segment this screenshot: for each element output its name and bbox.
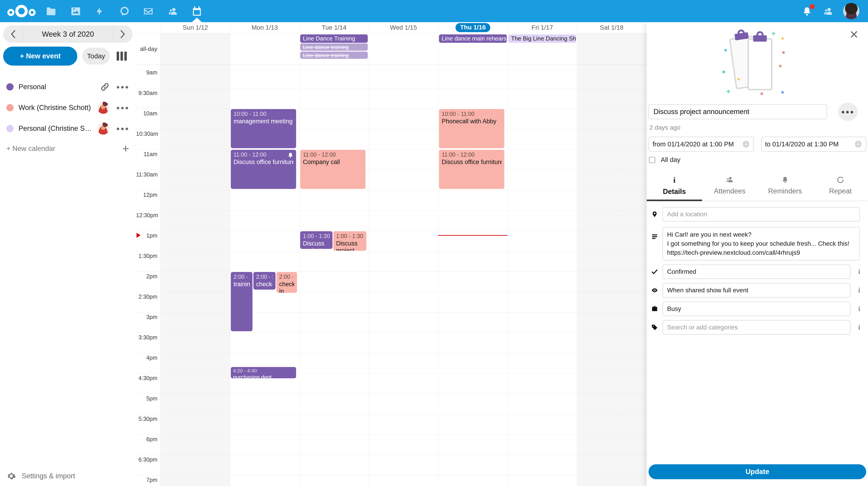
allday-event-cancelled[interactable]: Line dance training — [300, 52, 368, 59]
event-check-in-salmon[interactable]: 2:00 - 2:30check-in — [276, 271, 298, 293]
close-icon[interactable] — [848, 28, 860, 41]
timezone-globe-icon[interactable] — [855, 140, 862, 148]
today-button[interactable]: Today — [82, 48, 110, 64]
time-label: 12:30pm — [136, 212, 160, 219]
event-discuss-project[interactable]: 1:00 - 1:30Discuss project — [333, 231, 367, 251]
start-datetime-field[interactable] — [649, 137, 754, 151]
calendar-color-dot — [6, 83, 13, 90]
mail-app-icon[interactable] — [143, 5, 154, 17]
event-management-meeting[interactable]: 10:00 - 11:00management meeting — [230, 109, 297, 149]
categories-input[interactable] — [667, 324, 846, 331]
calendar-menu-icon[interactable]: ●●● — [116, 84, 129, 90]
settings-import-button[interactable]: Settings & import — [7, 471, 75, 481]
time-label: 11:30am — [136, 171, 160, 178]
time-label: 10am — [136, 110, 160, 117]
calendar-menu-icon[interactable]: ●●● — [116, 104, 129, 111]
day-header-tue[interactable]: Tue 1/14 — [299, 22, 369, 33]
event-editor-panel: ●●● 2 days ago All day i Details Attende… — [647, 22, 868, 486]
timezone-globe-icon[interactable] — [742, 140, 750, 148]
time-label: 2pm — [136, 273, 160, 280]
tab-attendees[interactable]: Attendees — [702, 174, 757, 201]
time-label: 4pm — [136, 354, 160, 361]
location-input[interactable] — [667, 211, 855, 218]
notifications-bell-icon[interactable] — [801, 5, 813, 17]
user-avatar[interactable] — [843, 3, 860, 19]
visibility-info-icon[interactable]: i — [850, 286, 868, 294]
location-pin-icon — [647, 210, 662, 219]
description-icon — [647, 227, 662, 240]
categories-info-icon[interactable]: i — [850, 323, 868, 332]
time-label: 3:30pm — [136, 334, 160, 341]
week-label[interactable]: Week 3 of 2020 — [23, 26, 113, 43]
calendar-color-dot — [6, 104, 13, 111]
event-check-in-purple[interactable]: 2:00 - 2:30check-in — [253, 271, 276, 290]
active-tab-underline — [647, 200, 702, 201]
time-label: 10:30am — [136, 131, 160, 137]
allday-event[interactable]: The Big Line Dancing Show — [508, 34, 576, 43]
event-training[interactable]: 2:00 - 3:30training — [230, 271, 253, 332]
allday-event-cancelled[interactable]: Line dance training — [300, 44, 368, 51]
next-week-button[interactable] — [113, 26, 133, 43]
status-select[interactable] — [667, 268, 846, 275]
tab-repeat[interactable]: Repeat — [813, 174, 868, 201]
week-view-icon[interactable] — [115, 49, 128, 63]
share-link-icon[interactable] — [100, 82, 110, 91]
contacts-app-icon[interactable] — [167, 5, 179, 17]
activity-app-icon[interactable] — [94, 5, 105, 17]
end-datetime-input[interactable] — [765, 141, 855, 148]
day-header-fri[interactable]: Fri 1/17 — [507, 22, 577, 33]
new-calendar-label: + New calendar — [6, 145, 55, 153]
time-label: 4:30pm — [136, 375, 160, 381]
sidebar: Week 3 of 2020 + New event Today Persona… — [0, 22, 136, 486]
day-header-thu-today[interactable]: Thu 1/16 — [438, 22, 507, 33]
time-label: 7pm — [136, 477, 160, 483]
description-textarea[interactable]: Hi Carl! are you in next week? I got som… — [667, 230, 855, 256]
start-datetime-input[interactable] — [653, 141, 742, 148]
photos-app-icon[interactable] — [70, 5, 82, 17]
time-label: 5pm — [136, 395, 160, 402]
calendar-item-work-christine[interactable]: Work (Christine Schott) ●●● — [0, 97, 136, 118]
day-header-sat[interactable]: Sat 1/18 — [577, 22, 646, 33]
day-header-wed[interactable]: Wed 1/15 — [369, 22, 438, 33]
talk-app-icon[interactable] — [119, 5, 130, 17]
new-calendar-button[interactable]: + New calendar — [0, 139, 136, 159]
event-purchasing-dept[interactable]: 4:20 - 4:40purchasing dept — [230, 367, 297, 379]
allday-event[interactable]: Line dance main rehearsal — [439, 34, 507, 43]
freebusy-info-icon[interactable]: i — [850, 305, 868, 313]
all-day-checkbox[interactable] — [649, 157, 655, 163]
day-header-sun[interactable]: Sun 1/12 — [160, 22, 230, 33]
day-header-row: Sun 1/12 Mon 1/13 Tue 1/14 Wed 1/15 Thu … — [136, 22, 647, 33]
calendar-name: Work (Christine Schott) — [19, 104, 93, 112]
event-actions-menu-button[interactable]: ●●● — [838, 103, 858, 121]
event-discuss-project-announcement[interactable]: 1:00 - 1:30Discuss project announcement — [300, 231, 333, 249]
all-day-label: all-day — [136, 46, 160, 53]
time-grid[interactable]: 9am 9:30am 10am 10:30am 11am 11:30am 12p… — [136, 65, 647, 486]
end-datetime-field[interactable] — [761, 137, 866, 151]
new-event-button[interactable]: + New event — [3, 47, 77, 66]
calendar-name: Personal (Christine Schott) — [19, 124, 93, 133]
status-info-icon[interactable]: i — [850, 268, 868, 276]
nextcloud-logo[interactable] — [7, 4, 36, 18]
calendar-item-personal-christine[interactable]: Personal (Christine Schott) ●●● — [0, 118, 136, 139]
update-button[interactable]: Update — [649, 464, 866, 479]
tab-details[interactable]: i Details — [647, 174, 702, 201]
tab-reminders[interactable]: Reminders — [757, 174, 813, 201]
event-phonecall-with-abby[interactable]: 10:00 - 11:00Phonecall with Abby — [438, 109, 505, 149]
visibility-select[interactable] — [667, 287, 846, 294]
calendar-item-personal[interactable]: Personal ●●● — [0, 77, 136, 97]
event-company-call[interactable]: 11:00 - 12:00Company call — [300, 149, 366, 190]
files-app-icon[interactable] — [45, 5, 57, 17]
day-header-mon[interactable]: Mon 1/13 — [230, 22, 299, 33]
calendar-app-icon[interactable] — [191, 5, 203, 17]
current-time-line — [438, 235, 507, 236]
event-discuss-office-furniture-thu[interactable]: 11:00 - 12:00Discuss office furniture — [438, 149, 505, 190]
calendar-menu-icon[interactable]: ●●● — [116, 125, 129, 132]
previous-week-button[interactable] — [3, 26, 23, 43]
contacts-menu-icon[interactable] — [822, 5, 834, 17]
reminder-bell-icon — [287, 152, 293, 159]
allday-event[interactable]: Line Dance Training — [300, 34, 368, 43]
time-label: 3pm — [136, 314, 160, 320]
freebusy-select[interactable] — [667, 305, 846, 312]
event-title-input[interactable] — [649, 104, 827, 119]
event-discuss-office-furniture-mon[interactable]: 11:00 - 12:00Discuss office furniture — [230, 149, 297, 190]
